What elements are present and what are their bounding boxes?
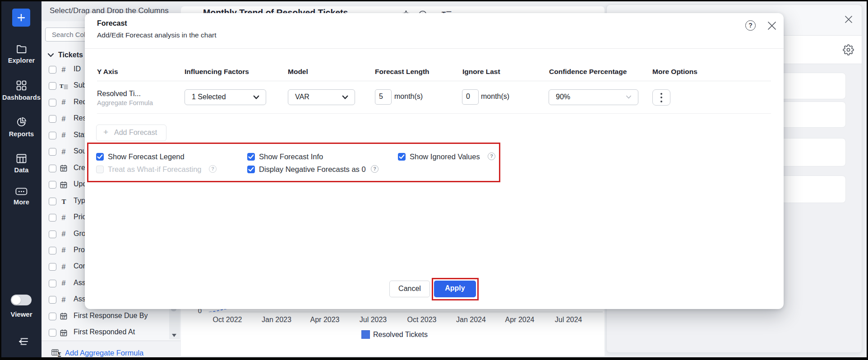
more-options-button[interactable] (652, 89, 670, 106)
col-header-y-axis: Y Axis (97, 68, 118, 76)
chevron-down-icon (626, 95, 632, 99)
chevron-down-icon (342, 95, 348, 100)
model-select[interactable]: VAR (288, 89, 355, 105)
gear-icon[interactable] (843, 44, 854, 57)
hash-icon: # (62, 230, 66, 238)
dialog-help-icon[interactable]: ? (745, 20, 756, 31)
col-header-more: More Options (652, 68, 697, 76)
column-checkbox[interactable] (49, 165, 56, 172)
table-group-label: Tickets (58, 51, 83, 59)
scrollbar-down-arrow[interactable] (172, 334, 176, 337)
chart-legend[interactable]: Resolved Tickets (361, 330, 428, 339)
svg-text:17: 17 (62, 168, 65, 171)
chevron-down-icon (253, 95, 259, 100)
dialog-close-icon[interactable] (767, 21, 777, 32)
kebab-dot (660, 97, 662, 98)
aggregate-formula-icon: Σ (51, 349, 61, 357)
column-checkbox[interactable] (49, 132, 56, 139)
window-border-top (0, 0, 868, 1)
confidence-select[interactable]: 90% (549, 89, 638, 105)
hash-icon: # (62, 279, 66, 287)
y-axis-value: Resolved Ti... (97, 90, 141, 98)
x-axis-label: Oct 2023 (407, 316, 437, 324)
create-new-button[interactable] (12, 9, 30, 27)
svg-text:17: 17 (62, 316, 65, 319)
col-header-confidence: Confidence Percentage (549, 68, 627, 76)
plus-icon (16, 12, 27, 23)
column-checkbox[interactable] (49, 329, 56, 337)
column-checkbox[interactable] (49, 148, 56, 156)
column-type-icon: # (58, 144, 69, 160)
options-highlight-box (87, 143, 500, 182)
column-list-item[interactable]: 17First Responded At (42, 325, 180, 341)
column-checkbox[interactable] (49, 263, 56, 271)
app-window: Explorer Dashboards Reports Data More (0, 0, 868, 360)
cancel-button[interactable]: Cancel (389, 281, 430, 297)
column-checkbox[interactable] (49, 214, 56, 222)
column-checkbox[interactable] (49, 66, 56, 74)
forecast-length-input[interactable]: 5 (375, 89, 392, 105)
kebab-dot (660, 101, 662, 102)
legend-swatch (361, 330, 370, 339)
column-type-icon: # (58, 111, 69, 127)
close-panel-icon[interactable] (844, 15, 853, 26)
column-checkbox[interactable] (49, 296, 56, 304)
sidebar-item-explorer[interactable]: Explorer (1, 44, 42, 64)
add-aggregate-bar[interactable]: Σ Add Aggregate Formula (42, 341, 180, 357)
legend-label: Resolved Tickets (373, 331, 428, 339)
sidebar-item-more[interactable]: More (1, 188, 42, 206)
column-type-icon: 17 (58, 309, 69, 324)
hash-icon: # (62, 131, 66, 139)
sidebar-item-label: More (1, 198, 42, 206)
add-forecast-button[interactable]: + Add Forecast (96, 125, 166, 141)
svg-text:T: T (61, 198, 66, 204)
hash-icon: # (62, 296, 66, 304)
sidebar-item-reports[interactable]: Reports (1, 117, 42, 138)
column-checkbox[interactable] (49, 99, 56, 106)
forecast-dialog: Forecast Add/Edit Forecast analysis in t… (85, 13, 784, 309)
column-checkbox[interactable] (49, 115, 56, 123)
hash-icon: # (62, 214, 66, 222)
svg-text:T: T (60, 83, 64, 89)
column-type-icon: 17 (58, 325, 69, 341)
column-checkbox[interactable] (49, 280, 56, 287)
y-axis-subtext: Aggregate Formula (97, 99, 153, 106)
x-axis-label: Apr 2024 (505, 316, 535, 324)
sidebar-item-dashboards[interactable]: Dashboards (1, 80, 42, 101)
column-checkbox[interactable] (49, 181, 56, 189)
column-type-icon: 17 (58, 161, 69, 176)
col-header-length: Forecast Length (375, 68, 429, 76)
ignore-last-unit: month(s) (481, 92, 509, 101)
pie-chart-icon (1, 117, 42, 127)
column-label: First Response Due By (74, 312, 148, 320)
column-type-icon: # (58, 243, 69, 258)
hash-icon: # (62, 246, 66, 254)
hash-icon: # (62, 148, 66, 156)
viewer-toggle-label: Viewer (1, 310, 42, 318)
chevron-down-icon (47, 53, 54, 58)
toggle-knob (12, 295, 21, 305)
plus-icon: + (103, 127, 108, 137)
ignore-last-input[interactable]: 0 (462, 89, 479, 105)
column-type-icon: # (58, 226, 69, 242)
add-aggregate-formula-link: Add Aggregate Formula (65, 349, 143, 357)
select-value: VAR (295, 93, 309, 101)
hash-icon: # (62, 98, 66, 106)
column-checkbox[interactable] (49, 82, 56, 90)
influencing-factors-select[interactable]: 1 Selected (185, 89, 266, 105)
x-axis-label: Jul 2024 (555, 316, 582, 324)
column-checkbox[interactable] (49, 198, 56, 205)
sidebar-item-data[interactable]: Data (1, 154, 42, 174)
column-label: First Responded At (74, 328, 135, 336)
column-type-icon: # (58, 259, 69, 275)
column-checkbox[interactable] (49, 313, 56, 320)
svg-text:Σ: Σ (57, 352, 61, 357)
svg-text:17: 17 (62, 185, 65, 188)
collapse-sidebar-button[interactable] (17, 337, 29, 348)
column-checkbox[interactable] (49, 247, 56, 254)
select-value: 1 Selected (192, 93, 226, 101)
column-list-item[interactable]: 17First Response Due By (42, 309, 180, 324)
sidebar-item-label: Dashboards (1, 94, 42, 101)
column-checkbox[interactable] (49, 231, 56, 238)
viewer-toggle[interactable] (11, 295, 32, 305)
